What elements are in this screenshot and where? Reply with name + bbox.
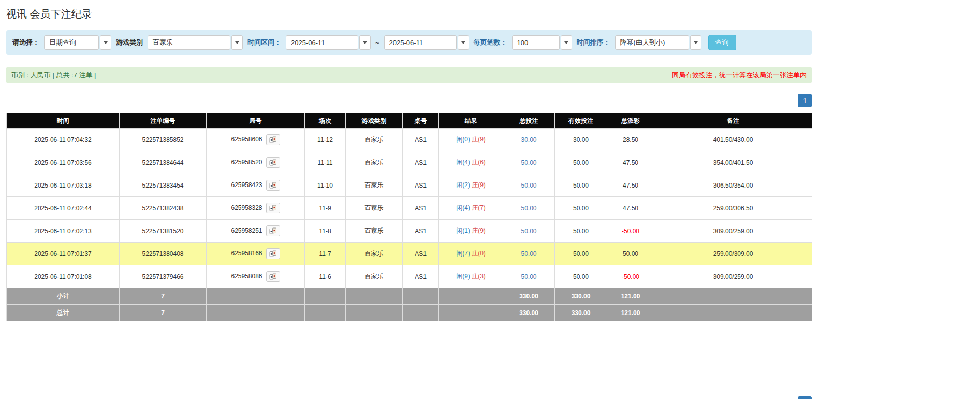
game-type-cell: 百家乐 [346,243,403,265]
page-1-button[interactable]: 1 [798,94,812,107]
total-row-cell: 121.00 [607,305,654,321]
total-bet-cell: 50.00 [503,174,555,197]
header-game-type: 游戏类别 [346,113,403,129]
session-cell: 11-10 [305,174,346,197]
summary-left-text: 币别 : 人民币 | 总共 :7 注单 | [11,70,96,80]
total-bet-link[interactable]: 50.00 [521,250,536,258]
caret-glyph [363,41,367,44]
total-row-cell [439,305,503,321]
round-cell: 625958520 [207,151,305,174]
total-bet-link[interactable]: 30.00 [521,136,536,144]
bet-id-cell: 522571379466 [120,265,207,288]
main-content: 视讯 会员下注纪录 请选择： 日期查询 游戏类别 百家乐 时间区间： 2025-… [6,0,812,399]
date-from-select[interactable]: 2025-06-11 [286,35,371,50]
chevron-down-icon[interactable] [561,35,572,50]
total-bet-link[interactable]: 50.00 [521,182,536,189]
per-page-select[interactable]: 100 [512,35,572,50]
payout-cell: 28.50 [607,129,654,151]
time-cell: 2025-06-11 07:04:32 [7,129,120,151]
chevron-down-icon[interactable] [100,35,111,50]
sort-select[interactable]: 降幂(由大到小) [615,35,701,50]
cards-preview-icon[interactable] [266,203,280,213]
per-page-value: 100 [512,35,560,50]
round-id: 625958086 [231,273,262,280]
per-page-label: 每页笔数： [474,38,507,47]
chevron-down-icon[interactable] [690,35,701,50]
total-bet-cell: 30.00 [503,129,555,151]
filter-bar: 请选择： 日期查询 游戏类别 百家乐 时间区间： 2025-06-11 ~ 20… [6,30,812,55]
cards-preview-icon[interactable] [266,271,280,282]
cards-graphic [269,273,277,280]
valid-bet-cell: 50.00 [555,243,607,265]
subtotal-row: 小计7330.00330.00121.00 [7,288,812,305]
time-cell: 2025-06-11 07:02:44 [7,197,120,220]
cards-graphic [269,227,277,234]
date-range-label: 时间区间： [247,38,281,47]
pagination-top: 1 [6,94,812,107]
remark-cell: 309.00/259.00 [654,220,812,243]
game-type-select[interactable]: 百家乐 [148,35,243,50]
total-row: 总计7330.00330.00121.00 [7,305,812,321]
sort-label: 时间排序： [577,38,610,47]
time-cell: 2025-06-11 07:03:18 [7,174,120,197]
round-cell: 625958328 [207,197,305,220]
cards-preview-icon[interactable] [266,225,280,236]
caret-glyph [104,41,108,44]
subtotal-row-cell [346,288,403,305]
cards-preview-icon[interactable] [266,157,280,168]
header-time: 时间 [7,113,120,129]
table-no-cell: AS1 [403,265,439,288]
table-header-row: 时间 注单编号 局号 场次 游戏类别 桌号 结果 总投注 有效投注 总派彩 备注 [7,113,812,129]
game-type-cell: 百家乐 [346,220,403,243]
session-cell: 11-9 [305,197,346,220]
game-type-cell: 百家乐 [346,197,403,220]
result-cell: 闲(9) 庄(3) [439,265,503,288]
total-row-cell [305,305,346,321]
cards-preview-icon[interactable] [266,134,280,145]
result-cell: 闲(2) 庄(9) [439,174,503,197]
player-result: 闲(1) [456,227,470,234]
player-result: 闲(4) [456,159,470,166]
table-no-cell: AS1 [403,151,439,174]
header-round: 局号 [207,113,305,129]
table-row: 2025-06-11 07:03:18522571383454625958423… [7,174,812,197]
total-bet-link[interactable]: 50.00 [521,205,536,212]
result-cell: 闲(0) 庄(9) [439,129,503,151]
chevron-down-icon[interactable] [458,35,469,50]
cards-preview-icon[interactable] [266,248,280,259]
chevron-down-icon[interactable] [231,35,243,50]
total-row-cell: 330.00 [555,305,607,321]
total-bet-link[interactable]: 50.00 [521,273,536,280]
banker-result: 庄(6) [472,159,486,166]
valid-bet-cell: 50.00 [555,197,607,220]
chevron-down-icon[interactable] [359,35,371,50]
table-row: 2025-06-11 07:02:44522571382438625958328… [7,197,812,220]
table-no-cell: AS1 [403,129,439,151]
table-row: 2025-06-11 07:02:13522571381520625958251… [7,220,812,243]
round-cell: 625958606 [207,129,305,151]
total-bet-link[interactable]: 50.00 [521,159,536,166]
payout-cell: -50.00 [607,220,654,243]
game-type-value: 百家乐 [148,35,230,50]
banker-result: 庄(9) [472,181,486,189]
remark-cell: 259.00/309.00 [654,243,812,265]
time-cell: 2025-06-11 07:03:56 [7,151,120,174]
caret-glyph [235,41,239,44]
cards-graphic [269,250,277,257]
page-1-button[interactable]: 1 [798,396,812,399]
date-to-select[interactable]: 2025-06-11 [384,35,469,50]
header-remark: 备注 [654,113,812,129]
payout-cell: -50.00 [607,265,654,288]
summary-bar: 币别 : 人民币 | 总共 :7 注单 | 同局有效投注，统一计算在该局第一张注… [6,67,812,83]
search-button[interactable]: 查询 [708,35,736,50]
cards-graphic [269,159,277,166]
cards-preview-icon[interactable] [266,180,280,191]
total-row-cell: 7 [120,305,207,321]
banker-result: 庄(9) [472,136,486,143]
bet-records-table: 时间 注单编号 局号 场次 游戏类别 桌号 结果 总投注 有效投注 总派彩 备注… [6,113,812,321]
query-type-select[interactable]: 日期查询 [44,35,111,50]
total-bet-link[interactable]: 50.00 [521,227,536,235]
valid-bet-cell: 50.00 [555,174,607,197]
select-label: 请选择： [12,38,39,47]
query-type-value: 日期查询 [44,35,99,50]
